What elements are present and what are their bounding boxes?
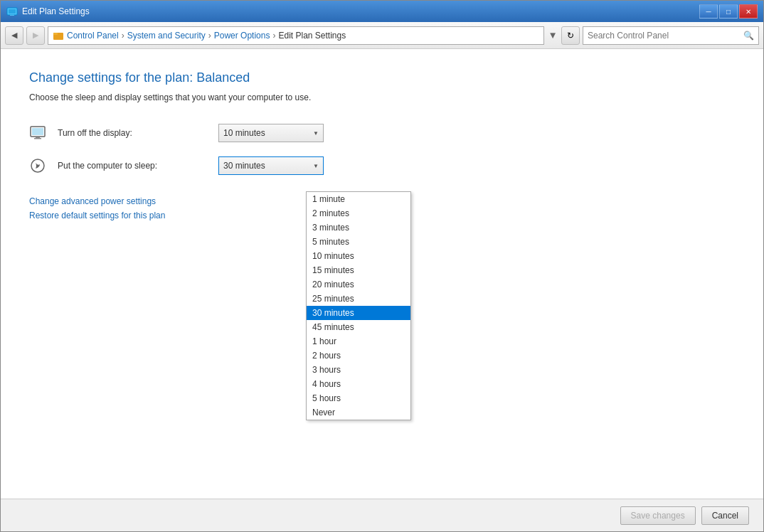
option-5-hours[interactable]: 5 hours bbox=[307, 391, 410, 405]
sleep-dropdown[interactable]: 30 minutes ▼ bbox=[218, 156, 324, 175]
display-dropdown-value: 10 minutes bbox=[223, 128, 265, 138]
window-icon bbox=[6, 6, 18, 17]
folder-icon bbox=[53, 30, 64, 41]
maximize-button[interactable]: □ bbox=[719, 4, 738, 18]
window-title: Edit Plan Settings bbox=[22, 6, 90, 16]
option-3-hours[interactable]: 3 hours bbox=[307, 363, 410, 377]
minimize-button[interactable]: ─ bbox=[699, 4, 718, 18]
svg-rect-4 bbox=[53, 33, 58, 35]
window-controls: ─ □ ✕ bbox=[699, 4, 758, 18]
option-2-hours[interactable]: 2 hours bbox=[307, 349, 410, 363]
search-bar: 🔍 bbox=[583, 26, 759, 45]
refresh-button[interactable]: ↻ bbox=[561, 26, 580, 45]
title-bar: Edit Plan Settings ─ □ ✕ bbox=[1, 1, 763, 22]
action-bar: Save changes Cancel bbox=[1, 499, 763, 531]
forward-button[interactable]: ▶ bbox=[26, 26, 45, 45]
sleep-dropdown-arrow: ▼ bbox=[313, 163, 319, 169]
display-dropdown-arrow: ▼ bbox=[313, 130, 319, 137]
monitor-icon bbox=[30, 125, 46, 141]
close-button[interactable]: ✕ bbox=[739, 4, 758, 18]
sleep-setting-label: Put the computer to sleep: bbox=[58, 161, 207, 171]
page-title: Change settings for the plan: Balanced bbox=[29, 70, 735, 85]
sleep-dropdown-list: 1 minute 2 minutes 3 minutes 5 minutes 1… bbox=[306, 191, 411, 420]
option-5-minutes[interactable]: 5 minutes bbox=[307, 235, 410, 249]
sleep-dropdown-value: 30 minutes bbox=[223, 161, 265, 171]
sleep-setting-row: Put the computer to sleep: 30 minutes ▼ bbox=[29, 156, 735, 175]
svg-rect-1 bbox=[9, 9, 16, 14]
svg-rect-6 bbox=[32, 128, 43, 135]
option-20-minutes[interactable]: 20 minutes bbox=[307, 277, 410, 292]
display-dropdown[interactable]: 10 minutes ▼ bbox=[218, 124, 324, 142]
sleep-icon bbox=[30, 158, 46, 174]
display-setting-label: Turn off the display: bbox=[58, 128, 207, 138]
save-changes-button[interactable]: Save changes bbox=[620, 506, 696, 525]
cancel-button[interactable]: Cancel bbox=[701, 506, 749, 525]
option-never[interactable]: Never bbox=[307, 405, 410, 420]
option-1-hour[interactable]: 1 hour bbox=[307, 334, 410, 349]
display-setting-row: Turn off the display: 10 minutes ▼ bbox=[29, 124, 735, 142]
main-window: Edit Plan Settings ─ □ ✕ ◀ ▶ Control Pan… bbox=[0, 0, 764, 532]
breadcrumb-control-panel[interactable]: Control Panel bbox=[67, 31, 119, 41]
option-4-hours[interactable]: 4 hours bbox=[307, 377, 410, 391]
page-subtitle: Choose the sleep and display settings th… bbox=[29, 92, 735, 102]
option-45-minutes[interactable]: 45 minutes bbox=[307, 320, 410, 334]
option-1-minute[interactable]: 1 minute bbox=[307, 192, 410, 206]
option-30-minutes[interactable]: 30 minutes bbox=[307, 306, 410, 320]
display-icon bbox=[29, 124, 46, 142]
svg-rect-7 bbox=[36, 137, 40, 138]
breadcrumb: Control Panel › System and Security › Po… bbox=[48, 26, 544, 45]
breadcrumb-power-options[interactable]: Power Options bbox=[214, 31, 270, 41]
option-25-minutes[interactable]: 25 minutes bbox=[307, 292, 410, 306]
main-content: Change settings for the plan: Balanced C… bbox=[1, 49, 763, 499]
search-input[interactable] bbox=[588, 31, 743, 41]
option-10-minutes[interactable]: 10 minutes bbox=[307, 249, 410, 263]
breadcrumb-current: Edit Plan Settings bbox=[278, 31, 346, 41]
sleep-icon-container bbox=[29, 157, 46, 174]
breadcrumb-dropdown-button[interactable]: ▼ bbox=[547, 28, 558, 43]
back-button[interactable]: ◀ bbox=[5, 26, 23, 45]
option-3-minutes[interactable]: 3 minutes bbox=[307, 220, 410, 235]
svg-rect-8 bbox=[34, 138, 41, 139]
breadcrumb-system-security[interactable]: System and Security bbox=[127, 31, 206, 41]
search-icon[interactable]: 🔍 bbox=[743, 31, 754, 41]
option-15-minutes[interactable]: 15 minutes bbox=[307, 263, 410, 277]
address-bar: ◀ ▶ Control Panel › System and Security … bbox=[1, 22, 763, 49]
svg-rect-2 bbox=[10, 15, 14, 16]
option-2-minutes[interactable]: 2 minutes bbox=[307, 206, 410, 220]
